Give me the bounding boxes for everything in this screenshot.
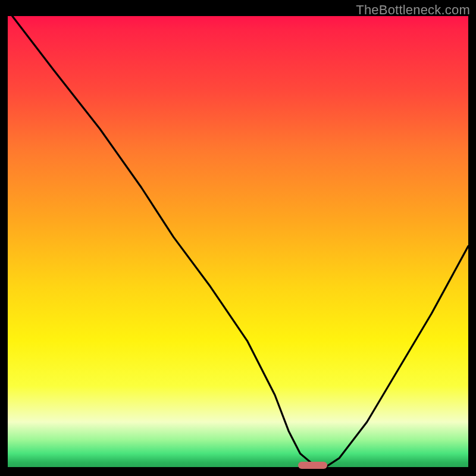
valley-marker — [298, 462, 327, 469]
plot-area — [8, 16, 468, 467]
bottleneck-curve — [12, 16, 468, 467]
chart-stage: TheBottleneck.com — [0, 0, 476, 476]
curve-svg — [8, 16, 468, 467]
